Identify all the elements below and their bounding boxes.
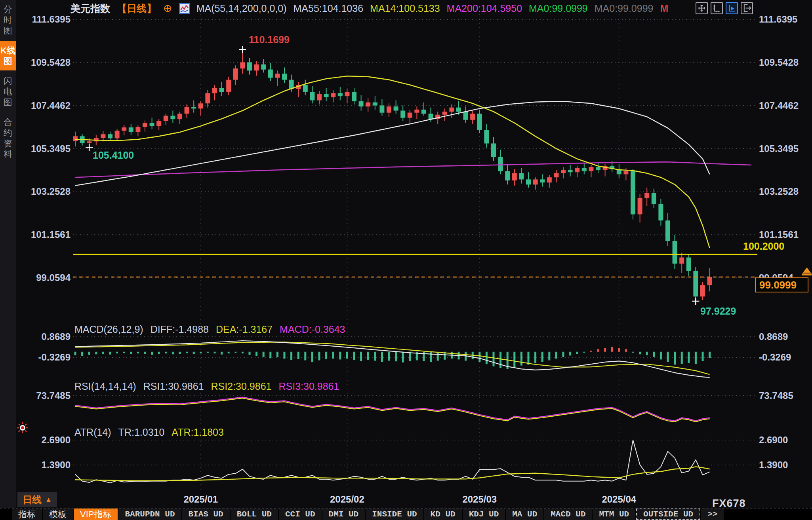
- price-axis-label-right: 103.2528: [759, 186, 799, 197]
- bottom-tab-KDJ_UD[interactable]: KDJ_UD: [463, 509, 505, 520]
- price-axis-label-right: 111.6395: [759, 14, 797, 25]
- trendline-price-label: 100.2000: [743, 241, 784, 252]
- price-axis-label-right: 109.5428: [759, 57, 799, 68]
- current-price-tag[interactable]: 99.0999: [755, 277, 808, 292]
- rsi3-value: RSI3:30.9861: [278, 381, 339, 392]
- atr-axis-label-left: 1.3900: [27, 459, 71, 471]
- timeframe-label: 日线: [23, 493, 42, 506]
- date-axis-label: 2025/02: [323, 494, 371, 505]
- macd-axis-label-left: -0.3269: [27, 352, 71, 363]
- ma200-value: MA200:104.5950: [447, 3, 522, 14]
- ma55-value: MA55:104.1036: [294, 3, 364, 14]
- date-axis-label: 2025/04: [595, 494, 643, 505]
- ma0-value-gray: MA0:99.0999: [595, 3, 654, 14]
- live-indicator-icon[interactable]: [17, 422, 29, 435]
- macd-hist-value: MACD:-0.3643: [280, 324, 345, 335]
- period-tag[interactable]: 【日线】: [117, 2, 156, 15]
- trading-app-window: 111.6395111.6395109.5428109.5428107.4462…: [0, 0, 812, 520]
- sidebar-tab-time-chart[interactable]: 分时图: [0, 0, 16, 40]
- price-axis-label-left: 107.4462: [27, 100, 71, 111]
- bottom-tab-BIAS_UD[interactable]: BIAS_UD: [182, 509, 230, 520]
- bottom-tab-OUTSIDE_UD[interactable]: OUTSIDE_UD: [636, 509, 700, 520]
- bottom-tab-BARUPDN_UD[interactable]: BARUPDN_UD: [118, 509, 181, 520]
- ma0-value-green: MA0:99.0999: [529, 3, 588, 14]
- main-chart-canvas[interactable]: [0, 0, 812, 520]
- bottom-tab-指标[interactable]: 指标: [12, 509, 42, 520]
- indicator-tab-bar: 指标模板VIP指标BARUPDN_UDBIAS_UDBOLL_UDCCI_UDD…: [0, 508, 812, 520]
- price-arrow-icon[interactable]: [803, 268, 811, 273]
- price-axis-label-left: 105.3495: [27, 143, 71, 154]
- macd-params: MACD(26,12,9): [74, 324, 143, 335]
- atr-axis-label-left: 2.6900: [27, 435, 71, 446]
- atr-params: ATR(14): [74, 427, 111, 438]
- atr-axis-label-right: 1.3900: [759, 459, 788, 471]
- bottom-tab-DMI_UD[interactable]: DMI_UD: [322, 509, 365, 520]
- indicator-chart-icon[interactable]: [179, 3, 190, 14]
- price-axis-label-left: 103.2528: [27, 186, 71, 197]
- atr-tr-value: TR:1.0310: [118, 427, 165, 438]
- price-axis-label-right: 107.4462: [759, 100, 799, 111]
- bottom-tab-BOLL_UD[interactable]: BOLL_UD: [231, 509, 278, 520]
- price-arrow-base: [802, 273, 812, 275]
- chart-type-sidebar: 分时图 K线图 闪电图 合约资料: [0, 0, 16, 520]
- price-axis-label-right: 105.3495: [759, 143, 799, 154]
- bottom-tab-MTM_UD[interactable]: MTM_UD: [593, 509, 635, 520]
- high-price-label: 110.1699: [249, 34, 290, 46]
- ma14-value: MA14:100.5133: [370, 3, 440, 14]
- bottom-tab-more[interactable]: >>: [701, 509, 724, 520]
- ma-truncated-label: M: [660, 3, 668, 14]
- atr-value: ATR:1.1803: [172, 427, 224, 438]
- rsi2-value: RSI2:30.9861: [211, 381, 272, 392]
- ma-settings-label: MA(55,14,200,0,0,0): [196, 3, 287, 14]
- axis-scale-icon[interactable]: [711, 2, 723, 14]
- atr-axis-label-right: 2.6900: [759, 435, 788, 446]
- rsi-params: RSI(14,14,14): [74, 381, 136, 392]
- price-axis-label-left: 101.1561: [27, 229, 71, 240]
- rsi-pane-header: RSI(14,14,14) RSI1:30.9861 RSI2:30.9861 …: [74, 381, 339, 392]
- price-axis-label-left: 109.5428: [27, 57, 71, 68]
- rsi1-value: RSI1:30.9861: [143, 381, 204, 392]
- start-low-label: 105.4100: [93, 150, 134, 161]
- price-axis-label-left: 111.6395: [27, 14, 71, 25]
- bottom-tab-模板[interactable]: 模板: [43, 509, 73, 520]
- rsi-axis-label-right: 73.7485: [759, 390, 793, 401]
- bottom-tab-MACD_UD[interactable]: MACD_UD: [544, 509, 592, 520]
- collapse-panel-icon[interactable]: [741, 2, 753, 14]
- date-axis-label: 2025/03: [456, 494, 503, 505]
- bottom-tab-VIP指标[interactable]: VIP指标: [74, 509, 118, 520]
- macd-axis-label-right: -0.3269: [759, 352, 791, 363]
- atr-pane-header: ATR(14) TR:1.0310 ATR:1.1803: [74, 427, 224, 438]
- recent-low-label: 97.9229: [700, 306, 736, 317]
- bottom-tab-CCI_UD[interactable]: CCI_UD: [279, 509, 322, 520]
- macd-axis-label-left: 0.8689: [27, 331, 71, 342]
- chart-toolbar: [696, 2, 753, 14]
- bottom-tab-KD_UD[interactable]: KD_UD: [424, 509, 462, 520]
- symbol-title: 美元指数: [71, 2, 110, 15]
- macd-axis-label-right: 0.8689: [759, 331, 788, 342]
- bottom-tab-MA_UD[interactable]: MA_UD: [506, 509, 543, 520]
- playback-icon[interactable]: [726, 2, 738, 14]
- timeframe-button[interactable]: 日线 ▲: [17, 492, 57, 507]
- sidebar-tab-contract-info[interactable]: 合约资料: [0, 113, 16, 163]
- macd-dea-value: DEA:-1.3167: [216, 324, 273, 335]
- price-axis-label-right: 101.1561: [759, 229, 799, 240]
- sidebar-tab-candle-chart[interactable]: K线图: [0, 41, 16, 70]
- chart-header: 美元指数 【日线】 ⊕ MA(55,14,200,0,0,0) MA55:104…: [71, 2, 668, 15]
- rsi-axis-label-left: 73.7485: [27, 390, 71, 401]
- bottom-tab-INSIDE_UD[interactable]: INSIDE_UD: [366, 509, 423, 520]
- timeframe-arrow-icon: ▲: [45, 496, 52, 504]
- pan-icon[interactable]: [696, 2, 708, 14]
- price-axis-label-left: 99.0594: [27, 272, 71, 283]
- macd-diff-value: DIFF:-1.4988: [151, 324, 209, 335]
- date-axis-label: 2025/01: [177, 494, 225, 505]
- sidebar-tab-lightning-chart[interactable]: 闪电图: [0, 72, 16, 112]
- compare-icon[interactable]: ⊕: [163, 3, 172, 13]
- macd-pane-header: MACD(26,12,9) DIFF:-1.4988 DEA:-1.3167 M…: [74, 324, 345, 335]
